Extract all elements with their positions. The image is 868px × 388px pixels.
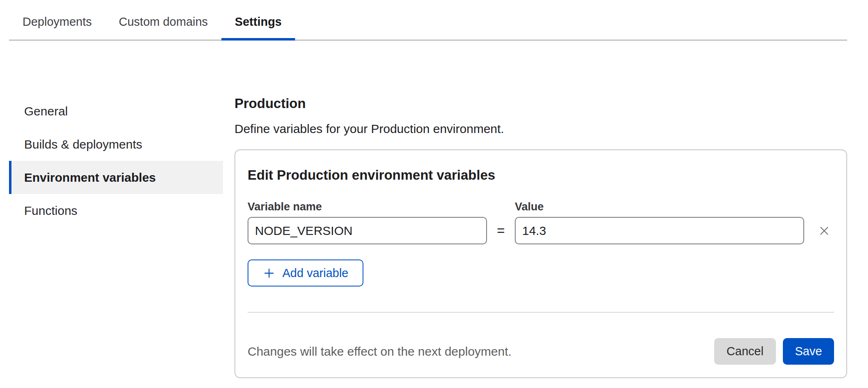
sidebar-item-environment-variables[interactable]: Environment variables xyxy=(9,161,223,194)
tab-custom-domains[interactable]: Custom domains xyxy=(105,0,221,40)
sidebar-item-functions[interactable]: Functions xyxy=(9,194,223,227)
cancel-button[interactable]: Cancel xyxy=(714,338,776,365)
x-icon xyxy=(818,225,830,237)
value-input[interactable] xyxy=(515,217,804,244)
sidebar-item-general[interactable]: General xyxy=(9,95,223,128)
value-label: Value xyxy=(515,201,804,213)
card-footer: Changes will take effect on the next dep… xyxy=(248,338,834,365)
variable-row: Variable name Value = xyxy=(248,201,834,244)
variable-name-input[interactable] xyxy=(248,217,487,244)
add-variable-label: Add variable xyxy=(282,266,348,280)
sidebar-item-builds-deployments[interactable]: Builds & deployments xyxy=(9,128,223,161)
remove-variable-button[interactable] xyxy=(814,221,834,241)
tab-bar: Deployments Custom domains Settings xyxy=(9,0,847,41)
equals-sign: = xyxy=(497,223,505,239)
tab-settings[interactable]: Settings xyxy=(221,0,295,41)
tab-deployments[interactable]: Deployments xyxy=(9,0,105,40)
plus-icon xyxy=(263,267,275,280)
pages-project-settings-page: Deployments Custom domains Settings Gene… xyxy=(0,0,868,378)
deployment-note: Changes will take effect on the next dep… xyxy=(248,345,512,359)
add-variable-button[interactable]: Add variable xyxy=(248,259,363,286)
variable-name-label: Variable name xyxy=(248,201,487,213)
content-area: General Builds & deployments Environment… xyxy=(0,41,868,378)
section-title: Production xyxy=(234,95,847,112)
card-divider xyxy=(248,312,834,313)
edit-env-variables-card: Edit Production environment variables Va… xyxy=(234,149,847,378)
environment-variables-panel: Production Define variables for your Pro… xyxy=(234,95,847,378)
section-description: Define variables for your Production env… xyxy=(234,122,847,136)
save-button[interactable]: Save xyxy=(783,338,834,365)
settings-sidebar: General Builds & deployments Environment… xyxy=(9,95,223,227)
footer-actions: Cancel Save xyxy=(714,338,834,365)
card-title: Edit Production environment variables xyxy=(248,167,834,183)
